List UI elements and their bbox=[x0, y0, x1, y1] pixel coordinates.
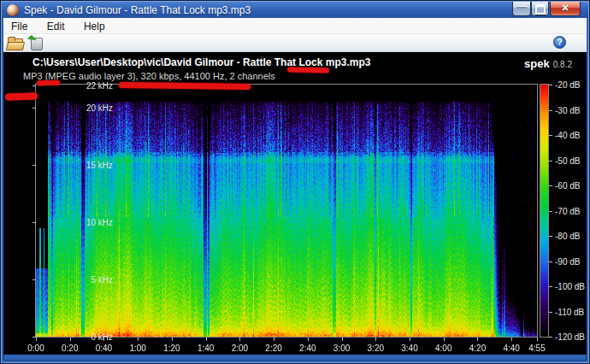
toolbar: ? bbox=[3, 34, 587, 52]
menubar: File Edit Help bbox=[3, 18, 587, 34]
time-tick-label: 2:20 bbox=[265, 343, 281, 353]
file-path-text: C:\Users\User\Desktop\vic\David Gilmour … bbox=[32, 56, 370, 68]
db-tick-label: -30 dB bbox=[555, 105, 580, 114]
titlebar[interactable]: Spek - David Gilmour - Rattle That Lock … bbox=[2, 2, 588, 18]
time-tick-label: 0:20 bbox=[62, 343, 78, 353]
freq-tick bbox=[32, 108, 36, 109]
time-tick bbox=[138, 338, 139, 341]
time-tick bbox=[308, 338, 309, 341]
minimize-icon: — bbox=[513, 2, 530, 11]
spectrogram-panel: C:\Users\User\Desktop\vic\David Gilmour … bbox=[3, 52, 587, 355]
help-icon: ? bbox=[553, 36, 566, 49]
db-tick bbox=[549, 135, 552, 136]
save-spectrogram-button[interactable] bbox=[28, 35, 44, 50]
db-tick-label: -70 dB bbox=[555, 206, 580, 215]
time-tick bbox=[511, 338, 512, 341]
close-button[interactable]: ✕ bbox=[550, 2, 581, 16]
db-tick-label: -120 dB bbox=[555, 332, 585, 342]
time-tick bbox=[342, 338, 343, 341]
db-tick bbox=[549, 286, 552, 287]
time-tick bbox=[477, 338, 478, 341]
maximize-icon bbox=[535, 4, 546, 15]
freq-tick-label: 20 kHz bbox=[86, 103, 113, 113]
time-tick-label: 0:00 bbox=[27, 343, 44, 353]
db-tick bbox=[549, 185, 552, 186]
time-tick-label: 1:00 bbox=[129, 343, 145, 353]
app-version-text: spek0.8.2 bbox=[524, 56, 572, 71]
maximize-button[interactable] bbox=[531, 2, 549, 16]
freq-tick-label: 5 kHz bbox=[91, 275, 113, 285]
time-tick-label: 0:40 bbox=[96, 343, 112, 353]
db-tick-label: -90 dB bbox=[555, 256, 580, 266]
db-tick bbox=[549, 110, 552, 111]
freq-tick bbox=[32, 222, 36, 223]
time-tick bbox=[36, 338, 37, 341]
time-tick-label: 1:20 bbox=[163, 343, 180, 353]
db-tick-label: -60 dB bbox=[555, 181, 580, 191]
format-info-text: MP3 (MPEG audio layer 3), 320 kbps, 4410… bbox=[23, 71, 275, 81]
time-tick-label: 3:20 bbox=[368, 343, 384, 353]
time-tick-label: 1:40 bbox=[198, 343, 214, 353]
spectrogram-plot bbox=[35, 84, 538, 338]
db-tick-label: -20 dB bbox=[555, 80, 580, 90]
db-tick bbox=[549, 337, 552, 338]
time-tick-label: 4:40 bbox=[503, 343, 519, 353]
time-tick bbox=[206, 338, 207, 341]
app-version: 0.8.2 bbox=[553, 60, 572, 69]
freq-tick-label: 0 kHz bbox=[91, 332, 113, 342]
red-annotation-mp3-suffix bbox=[287, 67, 329, 73]
db-tick-label: -80 dB bbox=[555, 232, 580, 241]
time-tick-label: 2:40 bbox=[299, 343, 316, 353]
db-tick-label: -110 dB bbox=[555, 307, 584, 316]
window-title: Spek - David Gilmour - Rattle That Lock … bbox=[24, 4, 251, 16]
time-tick bbox=[274, 338, 274, 341]
app-name: spek bbox=[524, 57, 550, 70]
open-file-button[interactable] bbox=[6, 35, 25, 50]
time-tick bbox=[103, 338, 104, 341]
freq-tick-label: 10 kHz bbox=[86, 218, 113, 227]
time-tick-label: 4:00 bbox=[435, 343, 451, 353]
time-tick bbox=[537, 338, 538, 341]
db-colorbar bbox=[540, 84, 549, 338]
time-tick bbox=[172, 338, 173, 341]
db-tick-label: -100 dB bbox=[555, 282, 585, 291]
time-tick bbox=[444, 338, 445, 341]
close-icon: ✕ bbox=[551, 2, 580, 15]
db-tick-label: -40 dB bbox=[555, 131, 580, 140]
db-tick bbox=[549, 312, 552, 313]
db-tick-label: -50 dB bbox=[555, 156, 580, 165]
time-tick-label: 4:55 bbox=[528, 343, 545, 353]
time-tick bbox=[239, 338, 240, 341]
freq-tick-label: 22 kHz bbox=[86, 80, 113, 90]
help-button[interactable]: ? bbox=[552, 35, 568, 50]
freq-tick-label: 15 kHz bbox=[86, 161, 113, 170]
freq-tick bbox=[32, 85, 36, 86]
freq-tick bbox=[32, 165, 36, 166]
time-tick bbox=[410, 338, 410, 341]
menu-file[interactable]: File bbox=[3, 19, 35, 34]
time-tick-label: 4:20 bbox=[469, 343, 486, 353]
app-window: Spek - David Gilmour - Rattle That Lock … bbox=[0, 0, 590, 364]
time-tick bbox=[70, 338, 71, 341]
time-tick-label: 3:40 bbox=[401, 343, 417, 353]
time-tick bbox=[375, 338, 376, 341]
db-tick bbox=[549, 211, 552, 212]
db-tick bbox=[549, 236, 552, 237]
menu-help[interactable]: Help bbox=[76, 19, 113, 34]
spectrogram-canvas bbox=[36, 85, 537, 337]
red-annotation-22khz bbox=[5, 93, 38, 101]
db-tick bbox=[549, 161, 552, 161]
freq-tick bbox=[32, 279, 36, 280]
db-tick bbox=[549, 261, 552, 262]
client-area: File Edit Help ? C:\Users\User\Desktop\v… bbox=[3, 18, 587, 355]
spek-app-icon bbox=[7, 4, 19, 16]
red-annotation-mp3-format bbox=[37, 80, 60, 86]
time-tick-label: 3:00 bbox=[333, 343, 350, 353]
menu-edit[interactable]: Edit bbox=[39, 19, 73, 34]
time-tick-label: 2:00 bbox=[232, 343, 248, 353]
minimize-button[interactable]: — bbox=[512, 2, 531, 16]
db-tick bbox=[549, 85, 552, 85]
